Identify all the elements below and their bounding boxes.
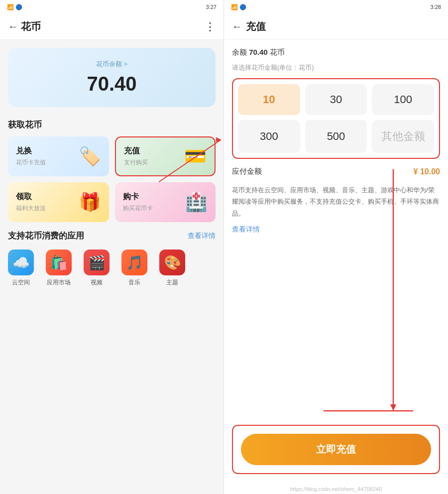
app-theme-icon: 🎨	[159, 249, 185, 275]
action-exchange[interactable]: 兑换 花币卡充值 🏷️	[8, 136, 109, 176]
left-panel: 📶 🔵 3:27 ← 花币 ⋮ 花币余额 > 70.40 获取花币 兑换 花币卡…	[0, 0, 224, 494]
payable-amount: ¥ 10.00	[414, 167, 440, 176]
balance-label[interactable]: 花币余额 >	[20, 60, 204, 69]
app-cloud-icon: ☁️	[8, 249, 34, 275]
payable-label: 应付金额	[232, 167, 262, 176]
right-detail-link[interactable]: 查看详情	[232, 225, 440, 234]
app-store-label: 应用市场	[47, 278, 71, 287]
amount-500[interactable]: 500	[305, 120, 367, 153]
right-status-time: 3:28	[431, 4, 441, 10]
left-back-button[interactable]: ← 花币	[8, 20, 41, 33]
action-exchange-title: 兑换	[16, 146, 46, 156]
action-recharge[interactable]: 充值 支付购买 💳	[115, 136, 216, 176]
action-receive-title: 领取	[16, 192, 46, 202]
left-status-bar: 📶 🔵 3:27	[0, 0, 224, 14]
action-receive-icon: 🎁	[79, 192, 101, 213]
app-cloud-label: 云空间	[12, 278, 30, 287]
right-status-icons: 📶 🔵	[231, 4, 246, 10]
charge-button[interactable]: 立即充值	[241, 434, 431, 465]
app-cloud[interactable]: ☁️ 云空间	[8, 249, 34, 287]
action-receive-sub: 福利大放送	[16, 204, 46, 213]
apps-section-label: 支持花币消费的应用	[8, 230, 84, 242]
action-recharge-icon: 💳	[184, 146, 207, 167]
action-grid: 兑换 花币卡充值 🏷️ 充值 支付购买 💳 领取 福利大放送 🎁 购卡	[0, 136, 224, 222]
apps-row: ☁️ 云空间 🛍️ 应用市场 🎬 视频 🎵 音乐 🎨 主题	[8, 249, 216, 287]
description-text: 花币支持在云空间、应用市场、视频、音乐、主题、游戏中心和华为/荣耀阅读等应用中购…	[232, 184, 440, 219]
action-buy-card-sub: 购买花币卡	[123, 204, 153, 213]
left-header: ← 花币 ⋮	[0, 14, 224, 40]
amount-grid-wrapper: 10 30 100 300 500 其他金额	[232, 78, 440, 159]
select-label: 请选择花币金额(单位：花币)	[232, 63, 440, 72]
left-status-time: 3:27	[206, 4, 217, 10]
amount-30[interactable]: 30	[305, 84, 367, 115]
action-exchange-icon: 🏷️	[79, 146, 101, 167]
action-recharge-sub: 支付购买	[124, 158, 148, 167]
right-header: ← 充值	[224, 14, 448, 40]
section-title-acquire: 获取花币	[0, 115, 224, 136]
apps-header: 支持花币消费的应用 查看详情	[8, 230, 216, 242]
app-theme-label: 主题	[166, 278, 178, 287]
right-back-button[interactable]: ←	[232, 21, 242, 32]
app-store[interactable]: 🛍️ 应用市场	[46, 249, 72, 287]
amount-300[interactable]: 300	[238, 120, 300, 153]
app-store-icon: 🛍️	[46, 249, 72, 275]
payable-row: 应付金额 ¥ 10.00	[232, 167, 440, 176]
action-recharge-title: 充值	[124, 146, 148, 156]
amount-other[interactable]: 其他金额	[372, 120, 434, 153]
right-content: 余额 70.40 花币 请选择花币金额(单位：花币) 10 30 100 300…	[224, 40, 448, 425]
amount-10[interactable]: 10	[238, 84, 300, 115]
action-buy-card-icon: 🏥	[185, 192, 208, 213]
left-page-title: 花币	[21, 20, 41, 33]
right-status-bar: 📶 🔵 3:28	[224, 0, 448, 14]
action-buy-card-title: 购卡	[123, 192, 153, 202]
app-video-icon: 🎬	[84, 249, 110, 275]
more-button[interactable]: ⋮	[205, 20, 216, 33]
amount-grid: 10 30 100 300 500 其他金额	[238, 84, 434, 153]
watermark: https://blog.csdn.net/ohem_44708240	[224, 484, 448, 494]
charge-btn-wrapper: 立即充值	[232, 425, 440, 474]
right-balance-info: 余额 70.40 花币	[232, 48, 440, 57]
right-balance-unit: 花币	[270, 48, 285, 56]
apps-detail-link[interactable]: 查看详情	[188, 232, 216, 241]
action-receive[interactable]: 领取 福利大放送 🎁	[8, 182, 109, 222]
app-video-label: 视频	[91, 278, 103, 287]
right-panel: 📶 🔵 3:28 ← 充值 余额 70.40 花币 请选择花币金额(单位：花币)…	[224, 0, 448, 494]
balance-card: 花币余额 > 70.40	[8, 48, 216, 107]
app-theme[interactable]: 🎨 主题	[159, 249, 185, 287]
action-exchange-sub: 花币卡充值	[16, 158, 46, 167]
app-music[interactable]: 🎵 音乐	[121, 249, 147, 287]
balance-amount: 70.40	[20, 73, 204, 95]
amount-100[interactable]: 100	[372, 84, 434, 115]
left-status-icons: 📶 🔵	[7, 4, 22, 10]
apps-section: 支持花币消费的应用 查看详情 ☁️ 云空间 🛍️ 应用市场 🎬 视频 🎵 音乐 …	[0, 222, 224, 295]
app-music-label: 音乐	[128, 278, 140, 287]
action-buy-card[interactable]: 购卡 购买花币卡 🏥	[115, 182, 216, 222]
right-page-title: 充值	[246, 20, 266, 33]
app-music-icon: 🎵	[121, 249, 147, 275]
app-video[interactable]: 🎬 视频	[84, 249, 110, 287]
